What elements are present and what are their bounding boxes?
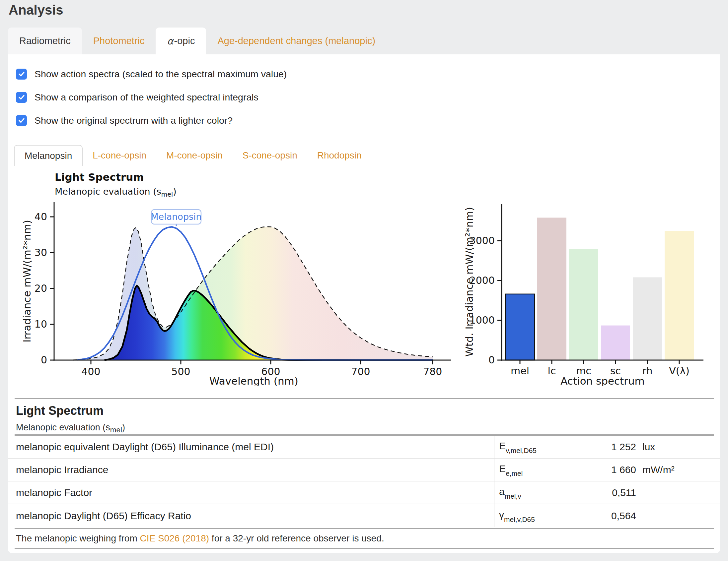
y-axis-label: Wtd. Irradiance mW/(m²*nm) [463, 207, 475, 357]
row-symbol: γmel,v,D65 [494, 504, 571, 527]
bar-lc [537, 218, 566, 360]
tab-age-dependent[interactable]: Age-dependent changes (melanopic) [206, 28, 387, 54]
row-unit [636, 481, 720, 504]
tab-radiometric[interactable]: Radiometric [8, 28, 82, 54]
bar-category-label: V(λ) [669, 365, 690, 377]
tab-age-dependent-label: Age-dependent changes (melanopic) [217, 35, 375, 46]
row-symbol: Ev,mel,D65 [494, 436, 571, 458]
svg-text:40: 40 [35, 211, 47, 223]
row-unit: mW/m² [636, 458, 720, 481]
svg-text:0: 0 [488, 354, 495, 366]
checkbox-label: Show a comparison of the weighted spectr… [35, 92, 258, 103]
row-label: melanopic Irradiance [8, 458, 494, 481]
row-label: melanopic equivalent Daylight (D65) Illu… [8, 436, 494, 458]
tab-photometric-label: Photometric [93, 35, 145, 46]
tab-alpha-opic-label: -opic [174, 35, 195, 46]
subtab-rhodopsin-label: Rhodopsin [317, 150, 362, 161]
divider [15, 398, 714, 399]
main-tab-bar: Radiometric Photometric α-opic Age-depen… [8, 28, 387, 54]
table-row: melanopic Daylight (D65) Efficacy Ratio … [8, 504, 720, 527]
table-row: melanopic Irradiance Ee,mel 1 660 mW/m² [8, 458, 720, 481]
checkbox-label: Show the original spectrum with a lighte… [35, 115, 233, 126]
results-title: Light Spectrum [16, 404, 104, 418]
svg-text:400: 400 [81, 366, 100, 377]
subtab-l-cone-label: L-cone-opsin [93, 150, 146, 161]
checkbox-show-action-spectra[interactable]: Show action spectra (scaled to the spect… [16, 67, 287, 81]
subtab-rhodopsin[interactable]: Rhodopsin [307, 145, 372, 166]
subtab-s-cone-opsin[interactable]: S-cone-opsin [233, 145, 307, 166]
bar-mc [569, 249, 598, 360]
checkbox-checked-icon[interactable] [16, 69, 27, 80]
checkbox-checked-icon[interactable] [16, 115, 27, 126]
svg-text:700: 700 [351, 366, 370, 377]
bar-V(λ) [665, 231, 694, 360]
row-value: 1 252 [571, 436, 636, 458]
footnote: The melanopic weighing from CIE S026 (20… [8, 530, 720, 547]
bar-mel [505, 294, 535, 360]
subtab-melanopsin-label: Melanopsin [25, 151, 72, 161]
row-value: 0,511 [571, 481, 636, 504]
tab-alpha-opic[interactable]: α-opic [156, 28, 206, 54]
x-axis-label: Wavelength (nm) [209, 375, 298, 386]
tab-photometric[interactable]: Photometric [82, 28, 156, 54]
checkbox-label: Show action spectra (scaled to the spect… [35, 69, 287, 80]
table-row: melanopic Factor amel,v 0,511 [8, 481, 720, 504]
subtab-s-cone-label: S-cone-opsin [243, 150, 297, 161]
results-rows: melanopic equivalent Daylight (D65) Illu… [8, 436, 720, 527]
svg-text:780: 780 [423, 366, 442, 377]
opsin-tab-bar: Melanopsin L-cone-opsin M-cone-opsin S-c… [14, 145, 372, 166]
checkbox-show-comparison[interactable]: Show a comparison of the weighted spectr… [16, 90, 258, 104]
subtab-l-cone-opsin[interactable]: L-cone-opsin [83, 145, 156, 166]
row-symbol: Ee,mel [494, 458, 571, 481]
svg-text:10: 10 [35, 318, 47, 330]
bar-sc [601, 325, 630, 360]
tab-alpha-glyph: α [167, 35, 173, 47]
subtab-m-cone-label: M-cone-opsin [166, 150, 223, 161]
row-label: melanopic Daylight (D65) Efficacy Ratio [8, 504, 494, 527]
results-subtitle: Melanopic evaluation (smel) [16, 422, 125, 434]
analysis-page: Analysis Radiometric Photometric α-opic … [0, 0, 728, 561]
svg-text:500: 500 [171, 366, 190, 377]
svg-text:20: 20 [35, 282, 47, 294]
tab-radiometric-label: Radiometric [19, 35, 71, 46]
bar-category-label: mel [511, 365, 529, 377]
bar-category-label: lc [548, 365, 556, 377]
melanopsin-annotation-label: Melanopsin [151, 212, 201, 222]
bar-rh [633, 277, 662, 360]
row-symbol: amel,v [494, 481, 571, 504]
row-value: 1 660 [571, 458, 636, 481]
table-row: melanopic equivalent Daylight (D65) Illu… [8, 436, 720, 458]
subtab-melanopsin[interactable]: Melanopsin [14, 145, 83, 166]
x-axis-label: Action spectrum [560, 375, 645, 386]
row-unit [636, 504, 720, 527]
cie-s026-link[interactable]: CIE S026 (2018) [140, 533, 209, 543]
checkbox-show-original-lighter[interactable]: Show the original spectrum with a lighte… [16, 113, 233, 127]
weighted-integrals-chart: mellcmcscrhV(λ) 0 1000 2000 3000Action s… [463, 192, 720, 386]
row-unit: lux [636, 436, 720, 458]
divider [15, 528, 714, 529]
svg-text:30: 30 [35, 247, 47, 258]
spectrum-chart: 0 10 20 30 40 400 500 600 700 780Wavelen… [20, 192, 465, 386]
y-axis-label: Irradiance mW/(m²*nm) [21, 220, 33, 342]
subtab-m-cone-opsin[interactable]: M-cone-opsin [156, 145, 233, 166]
content-panel: Show action spectra (scaled to the spect… [8, 54, 720, 553]
svg-text:0: 0 [41, 354, 47, 366]
checkbox-checked-icon[interactable] [16, 92, 27, 103]
page-title: Analysis [9, 3, 63, 18]
chart-title: Light Spectrum [55, 171, 144, 183]
divider [15, 548, 714, 549]
row-value: 0,564 [571, 504, 636, 527]
row-label: melanopic Factor [8, 481, 494, 504]
